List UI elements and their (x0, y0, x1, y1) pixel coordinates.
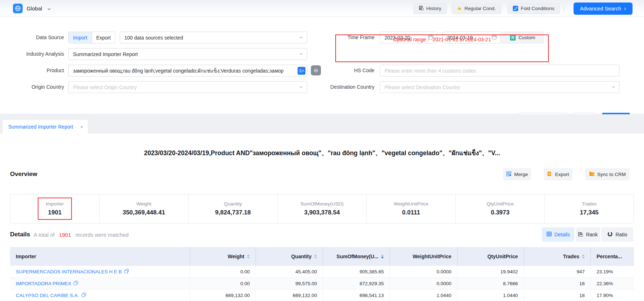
sort-icon[interactable] (582, 254, 585, 259)
details-heading-row: Details A total of 1901 records were mat… (10, 227, 129, 242)
chevron-down-icon[interactable] (47, 6, 51, 13)
col-quantity[interactable]: Quantity (256, 247, 323, 266)
chevron-right-icon: › (624, 6, 626, 11)
importer-link[interactable]: IMPORTADORA PRIMEX (10, 278, 190, 290)
data-source-segment: Import Export (68, 32, 115, 43)
chevron-down-icon (611, 84, 616, 90)
sync-to-crm-button[interactable]: Sync to CRM (585, 168, 630, 180)
stat-quantity: Quantity9,824,737.18 (188, 194, 277, 223)
stat-importer: Importer 1901 (10, 194, 99, 223)
col-weight[interactable]: Weight (190, 247, 256, 266)
merge-button[interactable]: Merge (503, 168, 531, 180)
col-weight-unit-price: WeightUnitPrice (390, 247, 457, 266)
advanced-search-label: Advanced Search (580, 6, 621, 11)
product-input[interactable] (69, 68, 307, 74)
history-icon (419, 5, 424, 11)
hs-code-input[interactable] (380, 68, 619, 74)
sort-icon[interactable] (247, 254, 250, 259)
col-percentage: Percenta... (590, 247, 634, 266)
import-tab[interactable]: Import (69, 32, 92, 43)
folder-sync-icon (589, 171, 594, 177)
stat-qty-unit-price: QtyUnitPrice0.3973 (455, 194, 544, 223)
copy-icon[interactable] (82, 293, 86, 298)
stat-trades: Trades17,345 (544, 194, 634, 223)
col-sum-of-money[interactable]: SumOfMoney(U... (323, 247, 390, 266)
donut-chart-icon (607, 231, 613, 238)
hs-code-input-wrap (380, 65, 620, 77)
col-importer: Importer (10, 247, 190, 266)
col-qty-unit-price: QtyUnitPrice (457, 247, 524, 266)
stat-importer-highlight-box: Importer 1901 (38, 198, 72, 220)
details-heading: Details (10, 231, 30, 238)
tab-strip: Summarized Importer Report × (0, 114, 644, 134)
view-ratio-button[interactable]: Ratio (601, 227, 633, 242)
view-details-button[interactable]: Details (542, 227, 574, 242)
regular-cond-label: Regular Cond. (464, 6, 496, 11)
stat-sum-of-money: SumOfMoney(USD)3,903,378.54 (277, 194, 367, 223)
origin-country-label: Origin Country (0, 81, 64, 93)
table-row: SUPERMERCADOS INTERNACIONALES H E B 0.00… (10, 266, 634, 278)
stat-weight: Weight350,369,448.41 (99, 194, 188, 223)
origin-country-select[interactable]: Please select Origin Country (68, 81, 307, 93)
col-trades[interactable]: Trades (524, 247, 590, 266)
export-icon (547, 171, 552, 177)
rank-chart-icon (578, 232, 583, 237)
query-summary-title: 2023/03/20-2024/03/19,Product AND"заморо… (0, 148, 644, 158)
view-rank-button[interactable]: Rank (576, 227, 600, 242)
divider (564, 5, 564, 12)
merge-icon (506, 171, 511, 177)
importer-link[interactable]: SUPERMERCADOS INTERNACIONALES H E B (10, 266, 190, 278)
table-grid-icon (547, 232, 552, 237)
translate-icon[interactable]: 文A (298, 67, 305, 75)
industry-analysis-label: Industry Analysis (0, 48, 64, 60)
chevron-down-icon (299, 51, 303, 57)
globe-icon[interactable] (13, 4, 23, 13)
data-source-label: Data Source (0, 32, 64, 43)
advanced-search-button[interactable]: Advanced Search › (574, 3, 632, 15)
history-label: History (426, 6, 441, 11)
close-icon[interactable]: × (80, 124, 83, 130)
tab-summarized-importer-report[interactable]: Summarized Importer Report × (2, 119, 88, 134)
export-button[interactable]: Export (544, 168, 572, 180)
table-header-row: Importer Weight Quantity SumOfMoney(U...… (10, 247, 634, 266)
optional-range-hint: Optional range： 2021-01-01 to 2024-03-21 (335, 37, 549, 43)
sort-desc-icon[interactable] (381, 254, 384, 259)
chevron-down-icon (299, 35, 303, 41)
table-row: IMPORTADORA PRIMEX 0.00 99,575.00 872,92… (10, 278, 634, 290)
history-button[interactable]: History (413, 3, 447, 14)
record-count: 1901 (58, 232, 72, 238)
product-input-wrap: 文A (68, 65, 307, 77)
regular-cond-button[interactable]: ★ Regular Cond. (452, 3, 501, 14)
hs-code-label: HS Code (316, 65, 374, 77)
importer-link[interactable]: CALYPSO DEL CARIBE S.A. (10, 290, 190, 301)
table-row: CALYPSO DEL CARIBE S.A. 669,132.00 669,1… (10, 290, 634, 301)
destination-country-label: Destination Country (316, 81, 374, 93)
region-selector[interactable]: Global (27, 0, 42, 17)
star-icon: ★ (457, 6, 462, 11)
destination-country-select[interactable]: Please select Destination Country (380, 81, 620, 93)
fold-conditions-button[interactable]: Fold Conditions (507, 3, 560, 14)
data-sources-select[interactable]: 100 data sources selected (120, 32, 307, 43)
fold-conditions-label: Fold Conditions (521, 6, 555, 11)
details-table: Importer Weight Quantity SumOfMoney(U...… (10, 247, 634, 301)
stat-weight-unit-price: WeightUnitPrice0.0111 (366, 194, 455, 223)
overview-stats-panel: Importer 1901 Weight350,369,448.41 Quant… (10, 194, 634, 223)
sort-icon[interactable] (314, 254, 317, 259)
search-form-panel: Data Source Import Export 100 data sourc… (0, 17, 644, 114)
chevron-down-icon (299, 84, 303, 90)
overview-heading: Overview (10, 167, 37, 181)
copy-icon[interactable] (74, 281, 78, 286)
top-bar: Global History ★ Regular Cond. Fold Cond… (0, 0, 644, 17)
industry-analysis-select[interactable]: Summarized Importer Report (68, 48, 307, 60)
product-label: Product (0, 65, 64, 77)
export-tab[interactable]: Export (92, 32, 115, 43)
copy-icon[interactable] (124, 269, 129, 274)
fold-icon (513, 6, 518, 11)
